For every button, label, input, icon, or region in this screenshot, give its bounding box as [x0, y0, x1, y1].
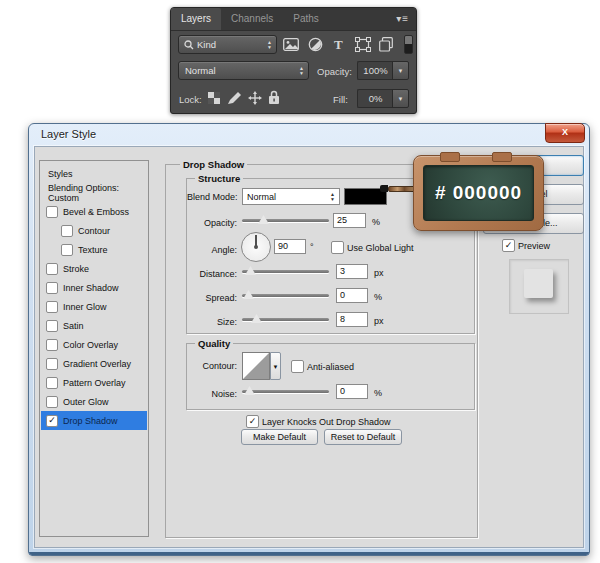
preview-checkbox[interactable]: ✓ [502, 239, 515, 252]
angle-value-field[interactable]: 90 [274, 239, 306, 254]
checkbox[interactable] [46, 358, 58, 370]
slider-track [242, 219, 329, 222]
quality-group: Quality Contour: ▼ Anti-aliased Noise: 0… [186, 343, 475, 410]
sidebar-item-label: Color Overlay [63, 340, 118, 350]
sidebar-item-inner-glow[interactable]: Inner Glow [41, 297, 147, 316]
fill-dropdown-arrow[interactable]: ▼ [392, 89, 409, 108]
sidebar-item-color-overlay[interactable]: Color Overlay [41, 335, 147, 354]
checkbox[interactable] [46, 377, 58, 389]
sidebar-item-label: Satin [63, 321, 84, 331]
style-preview-swatch [524, 269, 553, 298]
slider-track [242, 390, 329, 393]
checkbox[interactable] [46, 206, 58, 218]
spread-value-field[interactable]: 0 [336, 288, 368, 303]
checkbox[interactable] [46, 263, 58, 275]
blend-mode-dropdown[interactable]: Normal ▲▼ [242, 188, 340, 205]
noise-value-field[interactable]: 0 [336, 384, 368, 399]
distance-value-field[interactable]: 3 [336, 264, 368, 279]
anti-aliased-checkbox[interactable] [291, 360, 304, 373]
fill-value[interactable]: 0% [357, 89, 393, 108]
opacity-label: Opacity: [187, 218, 237, 228]
size-value-field[interactable]: 8 [336, 312, 368, 327]
filter-type-layers-icon[interactable]: T [334, 37, 343, 53]
sidebar-item-label: Blending Options: Custom [48, 183, 147, 203]
blend-mode-value: Normal [247, 192, 276, 202]
size-unit: px [374, 316, 384, 326]
sidebar-item-satin[interactable]: Satin [41, 316, 147, 335]
sidebar-item-blending-options[interactable]: Blending Options: Custom [41, 183, 147, 202]
drop-shadow-section-label: Drop Shadow [180, 159, 247, 170]
fill-label: Fill: [333, 94, 348, 105]
panel-menu-icon[interactable]: ▾≡ [396, 8, 416, 30]
distance-slider[interactable] [242, 266, 329, 276]
distance-label: Distance: [187, 269, 237, 279]
lock-transparency-icon[interactable] [208, 92, 220, 104]
opacity-slider[interactable] [242, 215, 329, 225]
checkbox[interactable] [46, 339, 58, 351]
sidebar-item-label: Styles [48, 169, 73, 179]
sidebar-item-stroke[interactable]: Stroke [41, 259, 147, 278]
contour-thumbnail[interactable] [242, 352, 270, 380]
sidebar-item-pattern-overlay[interactable]: Pattern Overlay [41, 373, 147, 392]
make-default-button[interactable]: Make Default [241, 429, 318, 445]
filtering-toggle-switch[interactable] [404, 35, 413, 54]
checkbox[interactable] [46, 282, 58, 294]
sidebar-item-bevel-emboss[interactable]: Bevel & Emboss [41, 202, 147, 221]
opacity-value[interactable]: 100% [357, 61, 393, 80]
checkbox[interactable] [46, 301, 58, 313]
opacity-value-field[interactable]: 25 [333, 213, 366, 228]
filter-pixel-layers-icon[interactable] [283, 38, 299, 51]
size-slider[interactable] [242, 314, 329, 324]
checkbox-checked[interactable]: ✓ [46, 415, 58, 427]
updown-arrows-icon: ▲▼ [295, 66, 308, 75]
updown-arrows-icon: ▲▼ [263, 40, 276, 49]
chalkboard: # 000000 [423, 165, 534, 221]
use-global-light-checkbox[interactable] [331, 241, 344, 254]
brush-tip [380, 185, 388, 192]
sidebar-item-inner-shadow[interactable]: Inner Shadow [41, 278, 147, 297]
sidebar-item-gradient-overlay[interactable]: Gradient Overlay [41, 354, 147, 373]
tab-layers[interactable]: Layers [171, 8, 221, 30]
menu-lines-icon: ≡ [402, 13, 409, 24]
angle-dial[interactable] [241, 232, 271, 262]
tab-channels[interactable]: Channels [221, 8, 283, 30]
sidebar-item-styles[interactable]: Styles [41, 164, 147, 183]
badge-hinge [440, 152, 460, 162]
opacity-label: Opacity: [317, 66, 352, 77]
opacity-dropdown-arrow[interactable]: ▼ [392, 61, 409, 80]
sidebar-item-label: Inner Shadow [63, 283, 119, 293]
contour-picker-arrow[interactable]: ▼ [270, 352, 281, 380]
lock-position-move-icon[interactable] [248, 91, 262, 105]
sidebar-item-texture[interactable]: Texture [41, 240, 147, 259]
panel-blend-mode-dropdown[interactable]: Normal ▲▼ [178, 61, 309, 80]
sidebar-item-outer-glow[interactable]: Outer Glow [41, 392, 147, 411]
close-icon: X [562, 127, 568, 137]
lock-image-brush-icon[interactable] [227, 91, 242, 105]
filter-smart-object-icon[interactable] [379, 37, 393, 52]
sidebar-item-label: Drop Shadow [63, 416, 118, 426]
layers-panel: Layers Channels Paths ▾≡ Kind ▲▼ T Norma… [170, 7, 417, 114]
noise-slider[interactable] [242, 386, 329, 396]
sidebar-item-contour[interactable]: Contour [41, 221, 147, 240]
checkbox[interactable] [46, 396, 58, 408]
close-button[interactable]: X [545, 123, 585, 143]
opacity-unit: % [372, 217, 380, 227]
sidebar-item-drop-shadow[interactable]: ✓Drop Shadow [41, 411, 147, 430]
spread-unit: % [374, 292, 382, 302]
layer-knocks-out-checkbox[interactable]: ✓ [246, 415, 259, 428]
checkbox[interactable] [61, 244, 73, 256]
size-label: Size: [187, 317, 237, 327]
filter-adjustment-layers-icon[interactable] [308, 37, 323, 52]
slider-track [242, 270, 329, 273]
checkbox[interactable] [46, 320, 58, 332]
preview-label: Preview [518, 241, 550, 251]
reset-to-default-button[interactable]: Reset to Default [324, 429, 402, 445]
lock-all-icon[interactable] [268, 90, 280, 105]
search-icon [184, 40, 194, 50]
checkbox[interactable] [61, 225, 73, 237]
kind-filter-value: Kind [197, 39, 216, 50]
filter-shape-layers-icon[interactable] [355, 37, 371, 52]
kind-filter-dropdown[interactable]: Kind ▲▼ [178, 35, 277, 54]
spread-slider[interactable] [242, 290, 329, 300]
tab-paths[interactable]: Paths [283, 8, 329, 30]
